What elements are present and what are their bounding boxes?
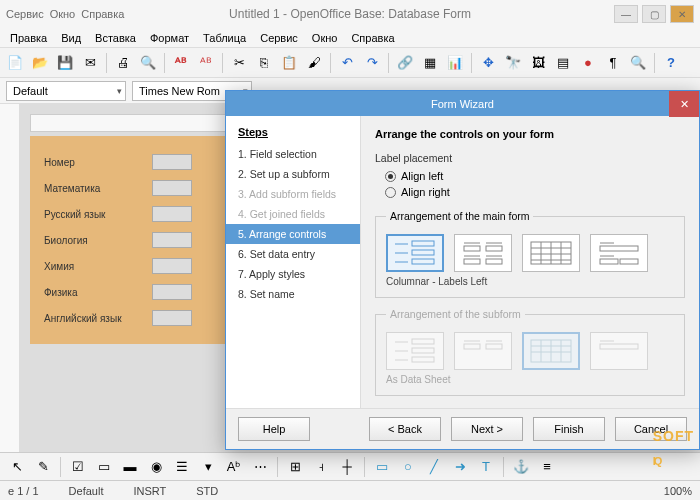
menu-insert[interactable]: Вставка — [89, 30, 142, 46]
separator — [222, 53, 223, 73]
insert-mode[interactable]: INSRT — [133, 485, 166, 497]
field-input[interactable] — [152, 206, 192, 222]
nonprint-icon[interactable]: ¶ — [602, 52, 624, 74]
preview-icon[interactable]: 🔍 — [137, 52, 159, 74]
navigator-icon[interactable]: ✥ — [477, 52, 499, 74]
align-icon[interactable]: ≡ — [536, 456, 558, 478]
layout-columnar-left[interactable] — [386, 234, 444, 272]
format-brush-icon[interactable]: 🖌 — [303, 52, 325, 74]
arrow-icon[interactable]: ➜ — [449, 456, 471, 478]
step-apply-styles[interactable]: 7. Apply styles — [226, 264, 360, 284]
spellcheck-icon[interactable]: ᴬᴮ — [170, 52, 192, 74]
step-field-selection[interactable]: 1. Field selection — [226, 144, 360, 164]
maximize-button[interactable]: ▢ — [642, 5, 666, 23]
layout-columnar-left — [386, 332, 444, 370]
grid-icon[interactable]: ⊞ — [284, 456, 306, 478]
wizard-close-button[interactable]: ✕ — [669, 91, 699, 117]
design-mode-icon[interactable]: ✎ — [32, 456, 54, 478]
combo-icon[interactable]: ▾ — [197, 456, 219, 478]
wizard-heading: Arrange the controls on your form — [375, 128, 685, 140]
datasource-icon[interactable]: ▤ — [552, 52, 574, 74]
cut-icon[interactable]: ✂ — [228, 52, 250, 74]
copy-icon[interactable]: ⎘ — [253, 52, 275, 74]
select-icon[interactable]: ↖ — [6, 456, 28, 478]
svg-rect-43 — [600, 344, 638, 349]
radio-align-right[interactable]: Align right — [375, 184, 685, 200]
autospell-icon[interactable]: ᴬᴮ — [195, 52, 217, 74]
gallery-icon[interactable]: 🖼 — [527, 52, 549, 74]
menu-view[interactable]: Вид — [55, 30, 87, 46]
field-input[interactable] — [152, 180, 192, 196]
wizard-main-panel: Arrange the controls on your form Label … — [361, 116, 699, 408]
svg-rect-24 — [600, 259, 618, 264]
find-icon[interactable]: 🔭 — [502, 52, 524, 74]
finish-button[interactable]: Finish — [533, 417, 605, 441]
rect-icon[interactable]: ▭ — [371, 456, 393, 478]
field-input[interactable] — [152, 232, 192, 248]
svg-rect-3 — [412, 250, 434, 255]
form-canvas[interactable]: Номер Математика Русский язык Биология Х… — [30, 136, 240, 344]
paste-icon[interactable]: 📋 — [278, 52, 300, 74]
back-button[interactable]: < Back — [369, 417, 441, 441]
form-row: Номер — [44, 154, 226, 170]
field-label: Химия — [44, 261, 144, 272]
radio-align-left[interactable]: Align left — [375, 168, 685, 184]
layout-blocks-top[interactable] — [590, 234, 648, 272]
selection-mode[interactable]: STD — [196, 485, 218, 497]
checkbox-icon[interactable]: ☑ — [67, 456, 89, 478]
help-icon[interactable]: ? — [660, 52, 682, 74]
main-toolbar: 📄 📂 💾 ✉ 🖨 🔍 ᴬᴮ ᴬᴮ ✂ ⎘ 📋 🖌 ↶ ↷ 🔗 ▦ 📊 ✥ 🔭 … — [0, 48, 700, 78]
mail-icon[interactable]: ✉ — [79, 52, 101, 74]
save-icon[interactable]: 💾 — [54, 52, 76, 74]
new-icon[interactable]: 📄 — [4, 52, 26, 74]
field-input[interactable] — [152, 310, 192, 326]
anchor-icon[interactable]: ⚓ — [510, 456, 532, 478]
menu-edit[interactable]: Правка — [4, 30, 53, 46]
paragraph-style-combo[interactable]: Default — [6, 81, 126, 101]
menu-table[interactable]: Таблица — [197, 30, 252, 46]
zoom-indicator[interactable]: 100% — [664, 485, 692, 497]
print-icon[interactable]: 🖨 — [112, 52, 134, 74]
guides-icon[interactable]: ┼ — [336, 456, 358, 478]
ellipse-icon[interactable]: ○ — [397, 456, 419, 478]
field-input[interactable] — [152, 284, 192, 300]
menu-help[interactable]: Справка — [345, 30, 400, 46]
menu-window[interactable]: Окно — [306, 30, 344, 46]
menu-format[interactable]: Формат — [144, 30, 195, 46]
zoom-icon[interactable]: 🔍 — [627, 52, 649, 74]
label-icon[interactable]: Aᵇ — [223, 456, 245, 478]
text-icon[interactable]: T — [475, 456, 497, 478]
help-button[interactable]: Help — [238, 417, 310, 441]
layout-columnar-top[interactable] — [454, 234, 512, 272]
redo-icon[interactable]: ↷ — [361, 52, 383, 74]
close-button[interactable]: ✕ — [670, 5, 694, 23]
snap-icon[interactable]: ⫞ — [310, 456, 332, 478]
minimize-button[interactable]: — — [614, 5, 638, 23]
step-subform[interactable]: 2. Set up a subform — [226, 164, 360, 184]
field-label: Английский язык — [44, 313, 144, 324]
table-icon[interactable]: ▦ — [419, 52, 441, 74]
field-input[interactable] — [152, 258, 192, 274]
open-icon[interactable]: 📂 — [29, 52, 51, 74]
step-set-name[interactable]: 8. Set name — [226, 284, 360, 304]
field-input[interactable] — [152, 154, 192, 170]
listbox-icon[interactable]: ☰ — [171, 456, 193, 478]
separator — [364, 457, 365, 477]
step-data-entry[interactable]: 6. Set data entry — [226, 244, 360, 264]
layout-datasheet[interactable] — [522, 234, 580, 272]
more-controls-icon[interactable]: ⋯ — [249, 456, 271, 478]
svg-rect-7 — [464, 246, 480, 251]
chart-icon[interactable]: 📊 — [444, 52, 466, 74]
sub-arrangement-group: Arrangement of the subform As Data Sheet — [375, 308, 685, 396]
menu-tools[interactable]: Сервис — [254, 30, 304, 46]
hyperlink-icon[interactable]: 🔗 — [394, 52, 416, 74]
button-icon[interactable]: ▬ — [119, 456, 141, 478]
textbox-icon[interactable]: ▭ — [93, 456, 115, 478]
sub-layout-caption: As Data Sheet — [386, 374, 674, 385]
option-icon[interactable]: ◉ — [145, 456, 167, 478]
undo-icon[interactable]: ↶ — [336, 52, 358, 74]
step-arrange-controls[interactable]: 5. Arrange controls — [226, 224, 360, 244]
line-icon[interactable]: ╱ — [423, 456, 445, 478]
record-icon[interactable]: ● — [577, 52, 599, 74]
next-button[interactable]: Next > — [451, 417, 523, 441]
